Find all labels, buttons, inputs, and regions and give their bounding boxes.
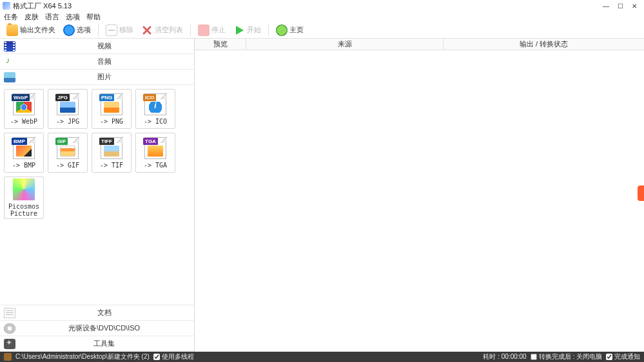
- file-icon: GIF: [57, 137, 79, 159]
- side-flyout-handle[interactable]: [638, 186, 644, 201]
- file-icon: PNG: [101, 93, 122, 115]
- category-document[interactable]: 文档: [0, 305, 194, 321]
- category-toolbox-label: 工具集: [18, 339, 190, 348]
- format-label: -> ICO: [144, 118, 167, 125]
- stop-icon: [198, 24, 210, 36]
- menu-skin[interactable]: 皮肤: [24, 12, 39, 22]
- clear-list-button[interactable]: 清空列表: [139, 23, 186, 37]
- col-output[interactable]: 输出 / 转换状态: [444, 39, 644, 50]
- format-tile-gif[interactable]: GIF-> GIF: [48, 133, 88, 173]
- category-document-label: 文档: [18, 308, 190, 318]
- remove-button[interactable]: 移除: [103, 23, 136, 37]
- list-header: 预览 来源 输出 / 转换状态: [195, 39, 644, 50]
- file-icon: TIFF: [101, 137, 122, 159]
- start-button[interactable]: 开始: [231, 23, 264, 37]
- image-icon: [4, 72, 15, 82]
- clear-icon: [141, 24, 153, 36]
- category-toolbox[interactable]: 工具集: [0, 336, 194, 352]
- multithread-input[interactable]: [153, 354, 160, 360]
- multithread-label: 使用多线程: [162, 352, 194, 361]
- menu-task[interactable]: 任务: [4, 12, 18, 22]
- separator: [190, 24, 191, 37]
- app-icon: [3, 2, 10, 10]
- maximize-button[interactable]: ☐: [613, 1, 627, 10]
- left-pane: 视频 音频 图片 WebP-> WebPJPG-> JPGPNG-> PNGIC…: [0, 39, 195, 352]
- remove-icon: [106, 24, 117, 36]
- disc-icon: [4, 323, 15, 334]
- format-grid: WebP-> WebPJPG-> JPGPNG-> PNGICO-> ICOBM…: [0, 85, 194, 305]
- shutdown-checkbox[interactable]: 转换完成后 : 关闭电脑: [531, 352, 602, 361]
- category-video[interactable]: 视频: [0, 39, 194, 54]
- output-folder-button[interactable]: 输出文件夹: [4, 23, 58, 37]
- output-path[interactable]: C:\Users\Administrator\Desktop\新建文件夹 (2): [15, 352, 150, 361]
- category-disc-label: 光驱设备\DVD\CD\ISO: [18, 323, 190, 333]
- file-icon: [13, 178, 35, 200]
- file-icon: TGA: [144, 137, 166, 159]
- category-audio[interactable]: 音频: [0, 54, 194, 70]
- file-icon: WebP: [13, 93, 35, 115]
- options-button[interactable]: 选项: [61, 23, 93, 37]
- options-icon: [63, 24, 75, 36]
- format-tile-ico[interactable]: ICO-> ICO: [135, 89, 175, 129]
- category-video-label: 视频: [18, 41, 190, 51]
- menu-language[interactable]: 语言: [45, 12, 59, 22]
- elapsed-time: 耗时 : 00:00:00: [483, 352, 526, 361]
- menu-help[interactable]: 帮助: [86, 12, 101, 22]
- home-button[interactable]: 主页: [273, 23, 306, 37]
- status-bar: C:\Users\Administrator\Desktop\新建文件夹 (2)…: [0, 352, 644, 362]
- format-label: -> TGA: [144, 162, 167, 169]
- col-preview[interactable]: 预览: [195, 39, 246, 50]
- format-label: -> BMP: [12, 162, 35, 169]
- category-image[interactable]: 图片: [0, 70, 194, 85]
- notify-checkbox[interactable]: 完成通知: [606, 352, 640, 361]
- format-tile-png[interactable]: PNG-> PNG: [92, 89, 132, 129]
- format-label: -> WebP: [10, 118, 37, 125]
- menu-options[interactable]: 选项: [66, 12, 80, 22]
- separator: [268, 24, 269, 37]
- file-icon: JPG: [57, 93, 79, 115]
- home-icon: [276, 24, 288, 36]
- stop-label: 停止: [211, 25, 226, 35]
- task-list[interactable]: [195, 50, 644, 352]
- format-tile-webp[interactable]: WebP-> WebP: [4, 89, 44, 129]
- menu-bar: 任务 皮肤 语言 选项 帮助: [0, 12, 644, 22]
- start-label: 开始: [247, 25, 261, 35]
- format-tile-tiff[interactable]: TIFF-> TIF: [92, 133, 132, 173]
- format-tile-picosmos[interactable]: Picosmos Picture: [4, 176, 44, 219]
- status-folder-icon: [4, 353, 12, 361]
- folder-icon: [6, 24, 18, 36]
- format-tile-tga[interactable]: TGA-> TGA: [135, 133, 175, 173]
- category-disc[interactable]: 光驱设备\DVD\CD\ISO: [0, 321, 194, 336]
- video-icon: [4, 41, 15, 52]
- notify-label: 完成通知: [614, 352, 640, 361]
- remove-label: 移除: [119, 25, 133, 35]
- options-label: 选项: [77, 25, 91, 35]
- multithread-checkbox[interactable]: 使用多线程: [153, 352, 194, 361]
- window-title: 格式工厂 X64 5.13: [13, 1, 72, 11]
- start-icon: [233, 24, 245, 36]
- category-audio-label: 音频: [18, 57, 190, 66]
- home-label: 主页: [289, 25, 304, 35]
- file-icon: ICO: [144, 93, 166, 115]
- stop-button[interactable]: 停止: [195, 23, 228, 37]
- category-image-label: 图片: [18, 72, 190, 82]
- close-button[interactable]: ✕: [627, 1, 641, 10]
- format-tile-bmp[interactable]: BMP-> BMP: [4, 133, 44, 173]
- toolbox-icon: [4, 339, 15, 349]
- minimize-button[interactable]: —: [599, 1, 613, 10]
- title-bar: 格式工厂 X64 5.13 — ☐ ✕: [0, 0, 644, 12]
- output-folder-label: 输出文件夹: [20, 25, 55, 35]
- clear-list-label: 清空列表: [155, 25, 183, 35]
- format-label: -> TIF: [100, 162, 123, 169]
- format-label: -> GIF: [56, 162, 79, 169]
- format-label: -> PNG: [100, 118, 123, 125]
- col-source[interactable]: 来源: [246, 39, 444, 50]
- format-tile-jpg[interactable]: JPG-> JPG: [48, 89, 88, 129]
- format-label: Picosmos Picture: [8, 203, 39, 217]
- document-icon: [4, 308, 15, 318]
- file-icon: BMP: [13, 137, 35, 159]
- shutdown-label: 转换完成后 : 关闭电脑: [539, 352, 602, 361]
- notify-input[interactable]: [606, 354, 612, 360]
- shutdown-input[interactable]: [531, 354, 537, 360]
- right-pane: 预览 来源 输出 / 转换状态: [195, 39, 644, 352]
